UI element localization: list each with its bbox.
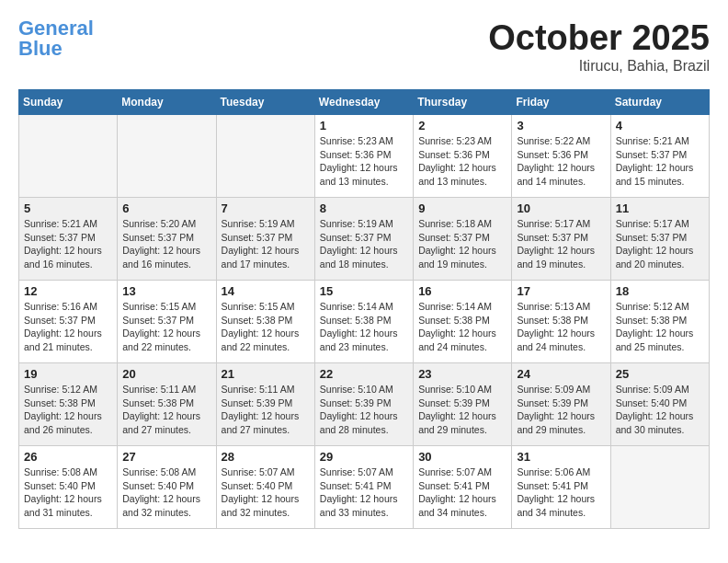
calendar-cell: 2Sunrise: 5:23 AM Sunset: 5:36 PM Daylig…: [414, 115, 512, 198]
day-info: Sunrise: 5:09 AM Sunset: 5:39 PM Dayligh…: [517, 383, 605, 437]
day-number: 2: [418, 119, 506, 132]
day-info: Sunrise: 5:15 AM Sunset: 5:38 PM Dayligh…: [222, 300, 310, 354]
day-number: 1: [320, 119, 408, 132]
day-info: Sunrise: 5:09 AM Sunset: 5:40 PM Dayligh…: [616, 383, 704, 437]
header-tuesday: Tuesday: [216, 90, 314, 115]
day-number: 28: [222, 450, 310, 464]
header-saturday: Saturday: [610, 90, 709, 115]
logo-text: General Blue: [18, 18, 94, 59]
day-info: Sunrise: 5:07 AM Sunset: 5:40 PM Dayligh…: [222, 465, 310, 520]
day-info: Sunrise: 5:20 AM Sunset: 5:37 PM Dayligh…: [122, 217, 210, 271]
calendar-cell: 23Sunrise: 5:10 AM Sunset: 5:39 PM Dayli…: [414, 363, 512, 446]
calendar-cell: 28Sunrise: 5:07 AM Sunset: 5:40 PM Dayli…: [216, 446, 314, 529]
day-info: Sunrise: 5:16 AM Sunset: 5:37 PM Dayligh…: [24, 300, 112, 354]
calendar-table: SundayMondayTuesdayWednesdayThursdayFrid…: [18, 89, 710, 529]
calendar-cell: 26Sunrise: 5:08 AM Sunset: 5:40 PM Dayli…: [19, 446, 118, 529]
calendar-cell: 8Sunrise: 5:19 AM Sunset: 5:37 PM Daylig…: [314, 198, 413, 281]
day-number: 9: [418, 201, 506, 215]
calendar-week-row: 26Sunrise: 5:08 AM Sunset: 5:40 PM Dayli…: [19, 446, 710, 529]
day-number: 6: [122, 201, 210, 215]
day-info: Sunrise: 5:17 AM Sunset: 5:37 PM Dayligh…: [616, 217, 704, 271]
calendar-header-row: SundayMondayTuesdayWednesdayThursdayFrid…: [19, 90, 710, 115]
day-number: 13: [122, 284, 210, 298]
logo: General Blue: [18, 18, 94, 59]
day-info: Sunrise: 5:11 AM Sunset: 5:39 PM Dayligh…: [222, 383, 310, 437]
day-info: Sunrise: 5:17 AM Sunset: 5:37 PM Dayligh…: [517, 217, 605, 271]
day-info: Sunrise: 5:08 AM Sunset: 5:40 PM Dayligh…: [122, 465, 210, 520]
day-info: Sunrise: 5:19 AM Sunset: 5:37 PM Dayligh…: [320, 217, 408, 271]
calendar-cell: 25Sunrise: 5:09 AM Sunset: 5:40 PM Dayli…: [610, 363, 709, 446]
calendar-cell: 29Sunrise: 5:07 AM Sunset: 5:41 PM Dayli…: [314, 446, 413, 529]
title-block: October 2025 Itirucu, Bahia, Brazil: [488, 18, 710, 75]
day-info: Sunrise: 5:18 AM Sunset: 5:37 PM Dayligh…: [418, 217, 506, 271]
day-number: 21: [222, 367, 310, 381]
day-info: Sunrise: 5:21 AM Sunset: 5:37 PM Dayligh…: [24, 217, 112, 271]
header-monday: Monday: [118, 90, 216, 115]
header-friday: Friday: [512, 90, 610, 115]
day-number: 19: [24, 367, 112, 381]
day-number: 5: [24, 201, 112, 215]
calendar-cell: [19, 115, 118, 198]
day-info: Sunrise: 5:12 AM Sunset: 5:38 PM Dayligh…: [616, 300, 704, 354]
day-info: Sunrise: 5:14 AM Sunset: 5:38 PM Dayligh…: [320, 300, 408, 354]
calendar-cell: [610, 446, 709, 529]
day-number: 25: [616, 367, 704, 381]
calendar-cell: 7Sunrise: 5:19 AM Sunset: 5:37 PM Daylig…: [216, 198, 314, 281]
day-number: 26: [24, 450, 112, 464]
day-info: Sunrise: 5:06 AM Sunset: 5:41 PM Dayligh…: [517, 465, 605, 520]
header-thursday: Thursday: [414, 90, 512, 115]
calendar-week-row: 1Sunrise: 5:23 AM Sunset: 5:36 PM Daylig…: [19, 115, 710, 198]
day-number: 23: [418, 367, 506, 381]
day-info: Sunrise: 5:10 AM Sunset: 5:39 PM Dayligh…: [418, 383, 506, 437]
calendar-cell: 13Sunrise: 5:15 AM Sunset: 5:37 PM Dayli…: [118, 281, 216, 363]
header-wednesday: Wednesday: [314, 90, 413, 115]
calendar-week-row: 5Sunrise: 5:21 AM Sunset: 5:37 PM Daylig…: [19, 198, 710, 281]
day-info: Sunrise: 5:11 AM Sunset: 5:38 PM Dayligh…: [122, 383, 210, 437]
calendar-cell: 6Sunrise: 5:20 AM Sunset: 5:37 PM Daylig…: [118, 198, 216, 281]
calendar-cell: 18Sunrise: 5:12 AM Sunset: 5:38 PM Dayli…: [610, 281, 709, 363]
day-info: Sunrise: 5:22 AM Sunset: 5:36 PM Dayligh…: [517, 134, 605, 189]
calendar-week-row: 12Sunrise: 5:16 AM Sunset: 5:37 PM Dayli…: [19, 281, 710, 363]
location: Itirucu, Bahia, Brazil: [488, 58, 710, 75]
day-number: 4: [616, 119, 704, 132]
day-number: 30: [418, 450, 506, 464]
day-number: 10: [517, 201, 605, 215]
calendar-cell: 11Sunrise: 5:17 AM Sunset: 5:37 PM Dayli…: [610, 198, 709, 281]
calendar-cell: 31Sunrise: 5:06 AM Sunset: 5:41 PM Dayli…: [512, 446, 610, 529]
day-number: 15: [320, 284, 408, 298]
day-info: Sunrise: 5:13 AM Sunset: 5:38 PM Dayligh…: [517, 300, 605, 354]
day-number: 14: [222, 284, 310, 298]
calendar-cell: 17Sunrise: 5:13 AM Sunset: 5:38 PM Dayli…: [512, 281, 610, 363]
calendar-cell: 5Sunrise: 5:21 AM Sunset: 5:37 PM Daylig…: [19, 198, 118, 281]
day-info: Sunrise: 5:19 AM Sunset: 5:37 PM Dayligh…: [222, 217, 310, 271]
day-info: Sunrise: 5:07 AM Sunset: 5:41 PM Dayligh…: [418, 465, 506, 520]
day-number: 12: [24, 284, 112, 298]
calendar-cell: 19Sunrise: 5:12 AM Sunset: 5:38 PM Dayli…: [19, 363, 118, 446]
day-info: Sunrise: 5:23 AM Sunset: 5:36 PM Dayligh…: [320, 134, 408, 189]
calendar-cell: 12Sunrise: 5:16 AM Sunset: 5:37 PM Dayli…: [19, 281, 118, 363]
day-number: 24: [517, 367, 605, 381]
day-info: Sunrise: 5:08 AM Sunset: 5:40 PM Dayligh…: [24, 465, 112, 520]
day-info: Sunrise: 5:14 AM Sunset: 5:38 PM Dayligh…: [418, 300, 506, 354]
day-number: 17: [517, 284, 605, 298]
calendar-cell: [216, 115, 314, 198]
day-info: Sunrise: 5:12 AM Sunset: 5:38 PM Dayligh…: [24, 383, 112, 437]
calendar-cell: 27Sunrise: 5:08 AM Sunset: 5:40 PM Dayli…: [118, 446, 216, 529]
calendar-cell: 16Sunrise: 5:14 AM Sunset: 5:38 PM Dayli…: [414, 281, 512, 363]
calendar-cell: 1Sunrise: 5:23 AM Sunset: 5:36 PM Daylig…: [314, 115, 413, 198]
day-info: Sunrise: 5:07 AM Sunset: 5:41 PM Dayligh…: [320, 465, 408, 520]
page-header: General Blue October 2025 Itirucu, Bahia…: [18, 18, 710, 75]
calendar-cell: 3Sunrise: 5:22 AM Sunset: 5:36 PM Daylig…: [512, 115, 610, 198]
calendar-cell: 9Sunrise: 5:18 AM Sunset: 5:37 PM Daylig…: [414, 198, 512, 281]
header-sunday: Sunday: [19, 90, 118, 115]
day-number: 11: [616, 201, 704, 215]
calendar-cell: 30Sunrise: 5:07 AM Sunset: 5:41 PM Dayli…: [414, 446, 512, 529]
logo-blue: Blue: [18, 37, 63, 60]
calendar-cell: [118, 115, 216, 198]
calendar-cell: 15Sunrise: 5:14 AM Sunset: 5:38 PM Dayli…: [314, 281, 413, 363]
day-number: 18: [616, 284, 704, 298]
day-number: 20: [122, 367, 210, 381]
day-number: 22: [320, 367, 408, 381]
day-number: 7: [222, 201, 310, 215]
day-number: 3: [517, 119, 605, 132]
